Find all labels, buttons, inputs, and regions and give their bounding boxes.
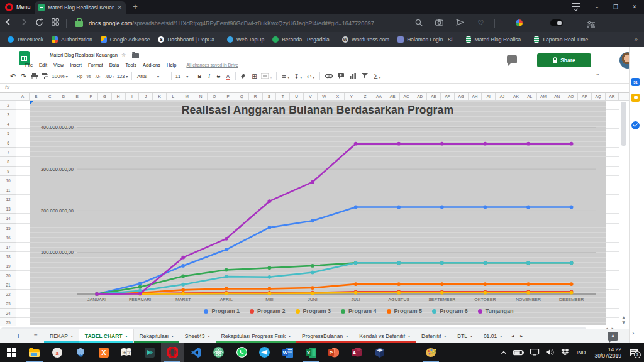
taskbar-paint-palette-app[interactable] (419, 343, 443, 362)
bookmark-item[interactable]: Beranda - Pegadaia... (272, 36, 334, 43)
url-text[interactable]: docs.google.com/spreadsheets/d/1HXcRtjxg… (89, 20, 374, 26)
tab-close-icon[interactable]: ✕ (117, 4, 122, 11)
zoom-select[interactable]: 100%▾ (50, 74, 69, 79)
row-header-6[interactable]: 6 (0, 138, 16, 148)
column-header-K[interactable]: K (153, 93, 167, 101)
sheet-tab-arrow-icon[interactable]: ▾ (71, 334, 73, 338)
bookmark-item[interactable]: TweetDeck (8, 36, 43, 43)
column-header-O[interactable]: O (208, 93, 221, 101)
column-header-AL[interactable]: AL (523, 93, 537, 101)
menu-help[interactable]: Help (167, 62, 176, 68)
explore-button[interactable]: ✦ (608, 332, 618, 341)
borders-button[interactable]: ⊞ (249, 73, 260, 80)
row-header-14[interactable]: 14 (0, 214, 16, 223)
menu-view[interactable]: View (53, 62, 64, 68)
row-header-11[interactable]: 11 (0, 185, 16, 195)
row-header-7[interactable]: 7 (0, 148, 16, 157)
column-header-F[interactable]: F (84, 93, 98, 101)
row-header-24[interactable]: 24 (0, 309, 16, 318)
row-header-2[interactable]: 2 (0, 101, 16, 110)
search-icon[interactable] (408, 19, 429, 28)
column-header-W[interactable]: W (318, 93, 331, 101)
restore-button[interactable]: ❐ (606, 4, 625, 10)
speaker-icon[interactable] (546, 349, 555, 356)
column-header-AB[interactable]: AB (386, 93, 400, 101)
column-header-AE[interactable]: AE (427, 93, 441, 101)
taskbar-whatsapp[interactable] (230, 343, 253, 362)
column-header-AO[interactable]: AO (564, 93, 578, 101)
action-center-icon[interactable]: 3 (629, 348, 638, 356)
browser-tab[interactable]: Materi Blog Realisasi Keuan ✕ (35, 1, 126, 14)
increase-decimals-button[interactable]: .00→ (104, 74, 116, 79)
row-header-3[interactable]: 3 (0, 110, 16, 119)
add-sheet-button[interactable]: + (9, 331, 28, 341)
column-header-I[interactable]: I (126, 93, 140, 101)
taskbar-vscode[interactable] (184, 343, 208, 362)
row-header-9[interactable]: 9 (0, 167, 16, 176)
taskbar-excel[interactable]: X (299, 343, 323, 362)
taskbar-word[interactable]: W (276, 343, 299, 362)
sheet-tab-arrow-icon[interactable]: ▾ (172, 334, 174, 338)
sheet-tab-sheet43[interactable]: Sheet43▾ (179, 329, 216, 343)
taskbar-access[interactable]: A (345, 343, 369, 362)
column-header-AK[interactable]: AK (509, 93, 523, 101)
column-header-Q[interactable]: Q (235, 93, 249, 101)
currency-format-button[interactable]: Rp (75, 74, 84, 79)
row-header-22[interactable]: 22 (0, 290, 16, 299)
functions-button[interactable]: Σ▾ (370, 73, 384, 80)
sheet-tab-arrow-icon[interactable]: ▾ (289, 334, 291, 338)
menu-tools[interactable]: Tools (126, 62, 137, 68)
column-header-AP[interactable]: AP (578, 93, 592, 101)
clock[interactable]: 14.2230/07/2019 (594, 346, 621, 359)
share-button[interactable]: Share (537, 53, 591, 67)
extension-pinwheel-icon[interactable] (516, 19, 523, 26)
minimize-button[interactable]: – (587, 4, 606, 10)
insert-comment-button[interactable] (335, 73, 347, 80)
menu-format[interactable]: Format (88, 62, 103, 68)
column-header-M[interactable]: M (180, 93, 194, 101)
bold-button[interactable]: B (195, 74, 204, 79)
text-color-button[interactable]: A (223, 74, 233, 79)
row-header-10[interactable]: 10 (0, 176, 16, 185)
taskbar-start[interactable] (0, 343, 23, 362)
merge-cells-button[interactable]: ▾ (260, 73, 274, 80)
sheet-tab-01-01[interactable]: 01.01▾ (478, 329, 508, 343)
row-header-20[interactable]: 20 (0, 271, 16, 280)
column-header-H[interactable]: H (112, 93, 126, 101)
sheet-tab-arrow-icon[interactable]: ▾ (126, 334, 128, 338)
row-header-15[interactable]: 15 (0, 224, 16, 233)
italic-button[interactable]: I (204, 74, 214, 79)
row-header-19[interactable]: 19 (0, 261, 16, 271)
column-header-C[interactable]: C (43, 93, 57, 101)
fill-color-button[interactable] (238, 73, 249, 80)
menu-edit[interactable]: Edit (39, 62, 47, 68)
column-header-G[interactable]: G (98, 93, 112, 101)
taskbar-atom-green-app[interactable] (207, 343, 230, 362)
row-header-13[interactable]: 13 (0, 204, 16, 214)
row-header-21[interactable]: 21 (0, 280, 16, 290)
sheet-tab-progressbulanan[interactable]: ProgressBulanan▾ (296, 329, 353, 343)
column-header-AH[interactable]: AH (469, 93, 482, 101)
vertical-scrollbar[interactable]: ▲▼ (619, 101, 627, 327)
column-header-D[interactable]: D (57, 93, 71, 101)
taskbar-teal-diamond-app[interactable] (138, 343, 162, 362)
taskbar-virtualbox[interactable] (369, 343, 392, 362)
taskbar-powerpoint[interactable]: P (322, 343, 345, 362)
all-sheets-button[interactable]: ≡ (28, 332, 44, 339)
network-monitor-icon[interactable] (530, 349, 540, 356)
taskbar-dictionary-app[interactable]: 漢字 (115, 343, 138, 362)
vertical-scroll-buttons[interactable]: ▲▼ (619, 315, 628, 325)
taskbar-xampp[interactable]: X (92, 343, 115, 362)
column-header-AI[interactable]: AI (482, 93, 496, 101)
sheet-tab-kendali-vs-defenitif[interactable]: Kendali vs Defenitif▾ (353, 329, 416, 343)
column-header-Y[interactable]: Y (345, 93, 358, 101)
taskbar-blue-globe-app[interactable] (69, 343, 92, 362)
column-header-L[interactable]: L (167, 93, 180, 101)
column-header-A[interactable]: A (16, 93, 30, 101)
row-header-12[interactable]: 12 (0, 195, 16, 204)
column-header-T[interactable]: T (276, 93, 290, 101)
percent-format-button[interactable]: % (84, 74, 93, 79)
column-header-J[interactable]: J (139, 93, 153, 101)
star-icon[interactable]: ☆ (121, 52, 126, 58)
saved-status[interactable]: All changes saved in Drive (186, 63, 238, 67)
